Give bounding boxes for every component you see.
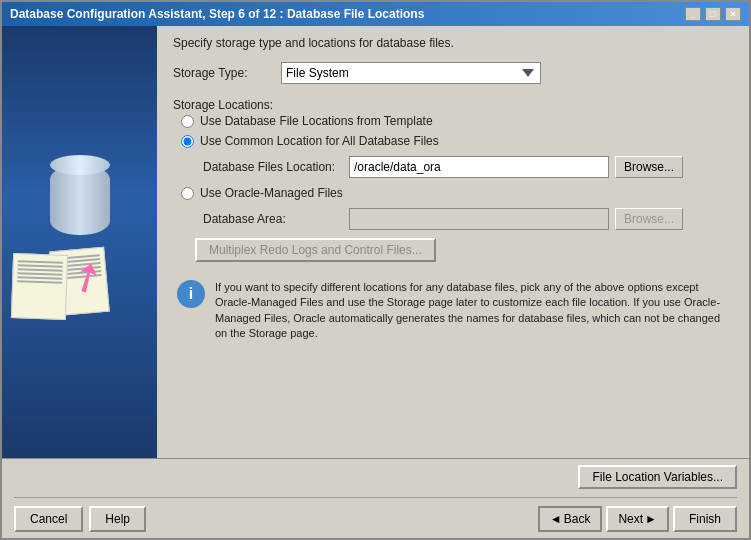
- db-illustration: ➚: [50, 165, 110, 319]
- browse-button-1[interactable]: Browse...: [615, 156, 683, 178]
- storage-type-row: Storage Type: File System: [173, 62, 733, 84]
- title-bar: Database Configuration Assistant, Step 6…: [2, 2, 749, 26]
- browse-button-2[interactable]: Browse...: [615, 208, 683, 230]
- next-button[interactable]: Next ►: [606, 506, 669, 532]
- db-files-location-row: Database Files Location: Browse...: [203, 156, 733, 178]
- file-location-variables-button[interactable]: File Location Variables...: [578, 465, 737, 489]
- left-nav: Cancel Help: [14, 506, 146, 532]
- database-cylinder-icon: [50, 165, 110, 235]
- radio-option3-label[interactable]: Use Oracle-Managed Files: [200, 186, 343, 200]
- header-description: Specify storage type and locations for d…: [173, 36, 733, 50]
- minimize-button[interactable]: _: [685, 7, 701, 21]
- separator: [14, 497, 737, 498]
- storage-locations-section: Storage Locations: Use Database File Loc…: [173, 96, 733, 262]
- next-arrow-icon: ►: [645, 512, 657, 526]
- db-files-label: Database Files Location:: [203, 160, 343, 174]
- main-window: Database Configuration Assistant, Step 6…: [0, 0, 751, 540]
- db-area-row: Database Area: Browse...: [203, 208, 733, 230]
- storage-radio-group: Use Database File Locations from Templat…: [181, 114, 733, 232]
- file-location-row: File Location Variables...: [14, 465, 737, 489]
- next-label: Next: [618, 512, 643, 526]
- radio-option2[interactable]: [181, 135, 194, 148]
- radio-option1-label[interactable]: Use Database File Locations from Templat…: [200, 114, 433, 128]
- back-label: Back: [564, 512, 591, 526]
- radio-option1-row: Use Database File Locations from Templat…: [181, 114, 733, 128]
- storage-locations-label: Storage Locations:: [173, 98, 733, 112]
- nav-buttons: Cancel Help ◄ Back Next ► Finish: [14, 506, 737, 532]
- cancel-button[interactable]: Cancel: [14, 506, 83, 532]
- storage-type-label: Storage Type:: [173, 66, 273, 80]
- storage-type-select[interactable]: File System: [281, 62, 541, 84]
- maximize-button[interactable]: □: [705, 7, 721, 21]
- help-button[interactable]: Help: [89, 506, 146, 532]
- document2-icon: [11, 253, 68, 320]
- radio-option3-row: Use Oracle-Managed Files: [181, 186, 733, 200]
- bottom-bar: File Location Variables... Cancel Help ◄…: [2, 458, 749, 538]
- window-title: Database Configuration Assistant, Step 6…: [10, 7, 424, 21]
- radio-option2-label[interactable]: Use Common Location for All Database Fil…: [200, 134, 439, 148]
- info-text: If you want to specify different locatio…: [215, 280, 729, 342]
- finish-button[interactable]: Finish: [673, 506, 737, 532]
- db-files-input[interactable]: [349, 156, 609, 178]
- illustration-panel: ➚: [2, 26, 157, 458]
- window-controls: _ □ ×: [685, 7, 741, 21]
- db-area-label: Database Area:: [203, 212, 343, 226]
- right-nav: ◄ Back Next ► Finish: [538, 506, 737, 532]
- back-arrow-icon: ◄: [550, 512, 562, 526]
- info-box: i If you want to specify different locat…: [173, 276, 733, 346]
- multiplex-button[interactable]: Multiplex Redo Logs and Control Files...: [195, 238, 436, 262]
- db-area-input[interactable]: [349, 208, 609, 230]
- radio-option3[interactable]: [181, 187, 194, 200]
- radio-option2-row: Use Common Location for All Database Fil…: [181, 134, 733, 148]
- content-area: ➚ Specify storage type and locations for…: [2, 26, 749, 458]
- radio-option1[interactable]: [181, 115, 194, 128]
- info-icon: i: [177, 280, 205, 308]
- back-button[interactable]: ◄ Back: [538, 506, 603, 532]
- right-panel: Specify storage type and locations for d…: [157, 26, 749, 458]
- close-button[interactable]: ×: [725, 7, 741, 21]
